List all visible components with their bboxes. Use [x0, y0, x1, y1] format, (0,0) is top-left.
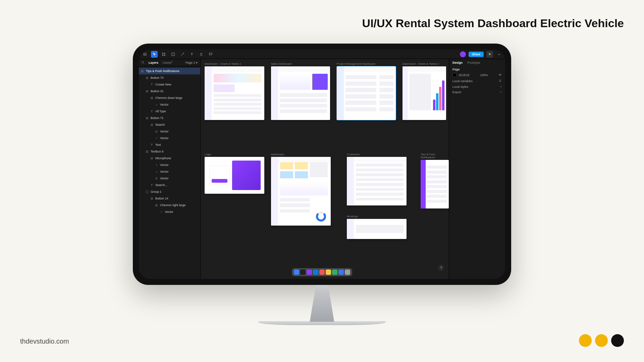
page-background-row[interactable]: 1E1E1E 100%: [452, 73, 502, 77]
layer-row[interactable]: Microphone: [139, 155, 200, 162]
frame-label[interactable]: Dashboard: [271, 153, 331, 156]
frame-label[interactable]: Customers: [347, 153, 407, 156]
layer-row[interactable]: Group 1: [139, 188, 200, 195]
dock-app[interactable]: [326, 269, 331, 275]
dock-app[interactable]: [313, 269, 318, 275]
present-button[interactable]: [486, 51, 493, 58]
layer-row[interactable]: Textbox 8: [139, 148, 200, 155]
ellipse-icon: [155, 130, 158, 133]
text-tool-icon[interactable]: [189, 51, 195, 58]
layer-row[interactable]: Vector: [139, 162, 200, 168]
local-variables-row[interactable]: Local variables: [452, 79, 502, 83]
layer-row[interactable]: Text: [139, 141, 200, 148]
frame[interactable]: Dashboard - Charts & Tables 1: [205, 62, 264, 120]
artboard[interactable]: [205, 157, 264, 194]
ellipse-icon: [155, 177, 158, 180]
artboard[interactable]: [337, 66, 396, 120]
frame[interactable]: Dashboard: [271, 153, 331, 226]
frame-icon: [150, 97, 153, 100]
artboard[interactable]: [205, 66, 264, 120]
layer-row[interactable]: Vector: [139, 168, 200, 175]
hand-tool-icon[interactable]: [198, 51, 205, 58]
frame[interactable]: Customers: [347, 153, 407, 205]
frame[interactable]: Sales Dashboard: [271, 62, 330, 120]
layer-label: Vector: [160, 103, 169, 106]
share-button[interactable]: Share: [469, 52, 484, 57]
page-color-swatch[interactable]: [452, 73, 457, 77]
layer-row[interactable]: Vector: [139, 135, 200, 141]
layer-row[interactable]: Button 31: [139, 88, 200, 95]
user-avatar[interactable]: [460, 51, 466, 57]
layer-row[interactable]: Vector: [139, 208, 200, 215]
layers-list[interactable]: Tips & Push NotificationsButton 73Create…: [139, 66, 200, 279]
layer-row[interactable]: All Type: [139, 108, 200, 115]
plus-icon[interactable]: +: [500, 85, 502, 88]
svg-point-7: [500, 81, 501, 82]
help-button[interactable]: ?: [438, 265, 444, 271]
canvas[interactable]: ? Dashboard - Charts & Tables 1Sales Das…: [201, 59, 449, 279]
frame-label[interactable]: Tips & Push Notifications: [421, 153, 449, 159]
plus-icon[interactable]: +: [500, 90, 502, 94]
move-tool-icon[interactable]: [151, 51, 158, 58]
dock-app[interactable]: [319, 269, 325, 275]
dock-app[interactable]: [294, 269, 299, 275]
frame[interactable]: Login: [205, 153, 264, 194]
tab-design[interactable]: Design: [452, 61, 463, 64]
shape-tool-icon[interactable]: [170, 51, 176, 58]
artboard[interactable]: [347, 157, 407, 205]
layer-row[interactable]: Vector: [139, 128, 200, 135]
page-selector[interactable]: Page 1 ▾: [185, 61, 198, 64]
comment-tool-icon[interactable]: [207, 51, 214, 58]
layer-row[interactable]: Vector: [139, 175, 200, 182]
dock-app[interactable]: [332, 269, 337, 275]
search-icon[interactable]: [142, 61, 145, 64]
frame-tool-icon[interactable]: [160, 51, 167, 58]
layer-row[interactable]: Chevron right large: [139, 202, 200, 208]
visibility-icon[interactable]: [498, 73, 502, 77]
pen-tool-icon[interactable]: [179, 51, 186, 58]
text-icon: [150, 83, 153, 86]
layer-row[interactable]: Search: [139, 121, 200, 128]
tab-prototype[interactable]: Prototype: [467, 61, 480, 64]
dock-app[interactable]: [307, 269, 312, 275]
frame-icon: [141, 70, 144, 73]
layer-label: Tips & Push Notifications: [146, 69, 179, 73]
layer-row[interactable]: Search...: [139, 182, 200, 188]
layer-row[interactable]: Button 14: [139, 195, 200, 202]
settings-icon[interactable]: [498, 79, 502, 83]
layer-row[interactable]: Chevron down large: [139, 95, 200, 101]
frame[interactable]: Tips & Push Notifications: [421, 153, 449, 208]
local-styles-row[interactable]: Local styles +: [452, 85, 502, 88]
frame-label[interactable]: Dashboard - Charts & Tables 1: [205, 62, 264, 65]
frame-label[interactable]: Bookings: [347, 215, 407, 218]
tab-layers[interactable]: Layers: [149, 61, 158, 64]
frame-label[interactable]: Project Management Dashboard: [337, 62, 396, 65]
tab-assets[interactable]: Assets*: [162, 61, 172, 64]
layer-row[interactable]: Button 71: [139, 115, 200, 121]
layer-row[interactable]: Create New: [139, 81, 200, 88]
export-row[interactable]: Export +: [452, 90, 502, 94]
artboard[interactable]: [271, 157, 331, 226]
frame-label[interactable]: Login: [205, 153, 264, 156]
menu-icon[interactable]: [142, 51, 148, 58]
frame-label[interactable]: Sales Dashboard: [271, 62, 330, 65]
artboard[interactable]: [271, 66, 330, 120]
page-opacity: 100%: [480, 73, 488, 77]
frame-label[interactable]: Dashboard - Charts & Tables 2: [402, 62, 446, 65]
dock-app[interactable]: [338, 269, 344, 275]
svg-point-6: [499, 80, 500, 80]
artboard[interactable]: [402, 66, 446, 120]
artboard[interactable]: [421, 160, 449, 208]
figma-body: Layers Assets* Page 1 ▾ Tips & Push Noti…: [139, 59, 505, 279]
layer-row[interactable]: Vector: [139, 101, 200, 108]
dock-app[interactable]: [300, 269, 306, 275]
frame[interactable]: Dashboard - Charts & Tables 2: [402, 62, 446, 120]
macos-dock[interactable]: [292, 268, 352, 276]
zoom-dropdown[interactable]: [496, 51, 502, 58]
layer-row[interactable]: Button 73: [139, 74, 200, 81]
artboard[interactable]: [347, 219, 407, 239]
frame[interactable]: Bookings: [347, 215, 407, 239]
dock-app[interactable]: [345, 269, 350, 275]
layer-row[interactable]: Tips & Push Notifications: [139, 68, 200, 74]
frame[interactable]: Project Management Dashboard: [337, 62, 396, 120]
